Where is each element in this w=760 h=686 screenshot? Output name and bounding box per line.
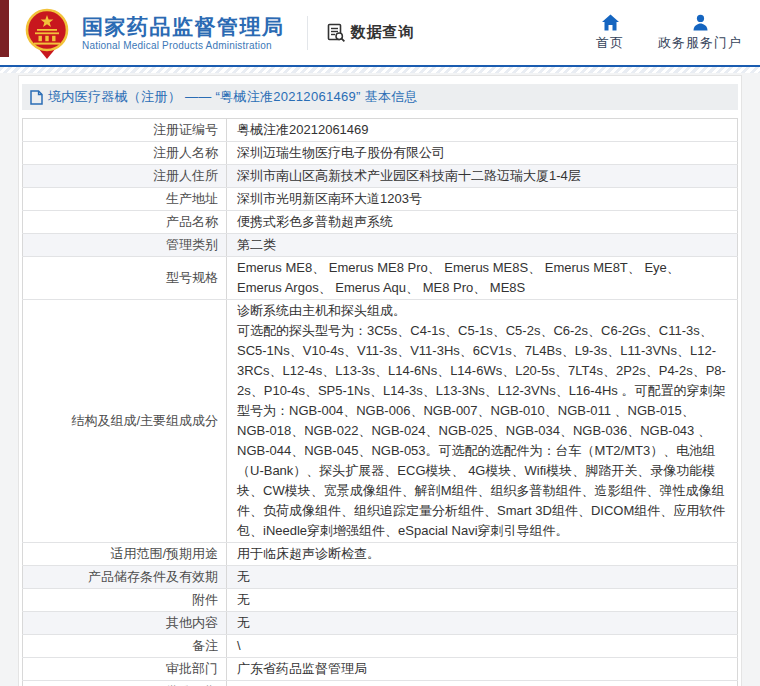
row-value: 第二类 [227,234,738,257]
header-nav: 首页 政务服务门户 [596,14,760,52]
row-value: 深圳市光明新区南环大道1203号 [227,188,738,211]
row-label: 审批部门 [23,658,227,681]
table-row: 生产地址 深圳市光明新区南环大道1203号 [23,188,738,211]
table-row: 产品储存条件及有效期 无 [23,566,738,589]
row-label: 其他内容 [23,612,227,635]
row-label: 产品储存条件及有效期 [23,566,227,589]
row-label: 批准日期 [23,681,227,686]
row-label: 型号规格 [23,257,227,300]
row-value: 2021-10-28 [227,681,738,686]
row-value: 无 [227,589,738,612]
row-value: 用于临床超声诊断检查。 [227,543,738,566]
table-row: 型号规格 Emerus ME8、 Emerus ME8 Pro、 Emerus … [23,257,738,300]
table-row: 其他内容 无 [23,612,738,635]
row-value: Emerus ME8、 Emerus ME8 Pro、 Emerus ME8S、… [227,257,738,300]
row-value: 深圳迈瑞生物医疗电子股份有限公司 [227,142,738,165]
row-value: 无 [227,566,738,589]
content-panel: 境内医疗器械（注册） —— “粤械注准20212061469” 基本信息 注册证… [18,75,742,686]
header-divider [307,16,308,50]
data-query-link[interactable]: 数据查询 [326,23,415,43]
info-table-body: 注册证编号 粤械注准20212061469 注册人名称 深圳迈瑞生物医疗电子股份… [23,119,738,686]
table-row: 注册人住所 深圳市南山区高新技术产业园区科技南十二路迈瑞大厦1-4层 [23,165,738,188]
registration-info-table: 注册证编号 粤械注准20212061469 注册人名称 深圳迈瑞生物医疗电子股份… [22,118,738,686]
site-subtitle: National Medical Products Administration [82,40,285,51]
row-value: 深圳市南山区高新技术产业园区科技南十二路迈瑞大厦1-4层 [227,165,738,188]
row-value: 无 [227,612,738,635]
national-emblem-logo [24,8,70,60]
row-value: \ [227,635,738,658]
table-row: 产品名称 便携式彩色多普勒超声系统 [23,211,738,234]
nav-home-label: 首页 [596,34,624,52]
table-row: 注册证编号 粤械注准20212061469 [23,119,738,142]
breadcrumb: 境内医疗器械（注册） —— “粤械注准20212061469” 基本信息 [22,84,738,110]
row-label: 注册人名称 [23,142,227,165]
row-label: 注册人住所 [23,165,227,188]
row-label: 管理类别 [23,234,227,257]
table-row: 结构及组成/主要组成成分 诊断系统由主机和探头组成。 可选配的探头型号为：3C5… [23,300,738,543]
row-label: 结构及组成/主要组成成分 [23,300,227,543]
nav-gov-service-portal[interactable]: 政务服务门户 [658,14,742,52]
row-value: 诊断系统由主机和探头组成。 可选配的探头型号为：3C5s、C4-1s、C5-1s… [227,300,738,543]
nav-gov-service-portal-label: 政务服务门户 [658,34,742,52]
header-texture-strip [0,67,760,73]
row-label: 注册证编号 [23,119,227,142]
data-query-doc-search-icon [326,23,346,43]
row-label: 适用范围/预期用途 [23,543,227,566]
row-label: 附件 [23,589,227,612]
site-title: 国家药品监督管理局 [82,15,285,39]
row-value: 粤械注准20212061469 [227,119,738,142]
brand-block: 国家药品监督管理局 National Medical Products Admi… [82,15,285,51]
table-row: 备注 \ [23,635,738,658]
table-row: 管理类别 第二类 [23,234,738,257]
user-icon [692,14,709,31]
row-value: 广东省药品监督管理局 [227,658,738,681]
row-label: 产品名称 [23,211,227,234]
row-label: 备注 [23,635,227,658]
header-left-maroon-strip [0,0,9,57]
nav-home[interactable]: 首页 [596,14,624,52]
table-row: 附件 无 [23,589,738,612]
document-icon [30,90,43,105]
table-row: 批准日期 2021-10-28 [23,681,738,686]
table-row: 注册人名称 深圳迈瑞生物医疗电子股份有限公司 [23,142,738,165]
site-header: 国家药品监督管理局 National Medical Products Admi… [0,0,760,67]
breadcrumb-text: 境内医疗器械（注册） —— “粤械注准20212061469” 基本信息 [48,88,418,106]
home-icon [601,14,620,31]
row-value: 便携式彩色多普勒超声系统 [227,211,738,234]
table-row: 审批部门 广东省药品监督管理局 [23,658,738,681]
data-query-label: 数据查询 [351,23,415,42]
row-label: 生产地址 [23,188,227,211]
table-row: 适用范围/预期用途 用于临床超声诊断检查。 [23,543,738,566]
